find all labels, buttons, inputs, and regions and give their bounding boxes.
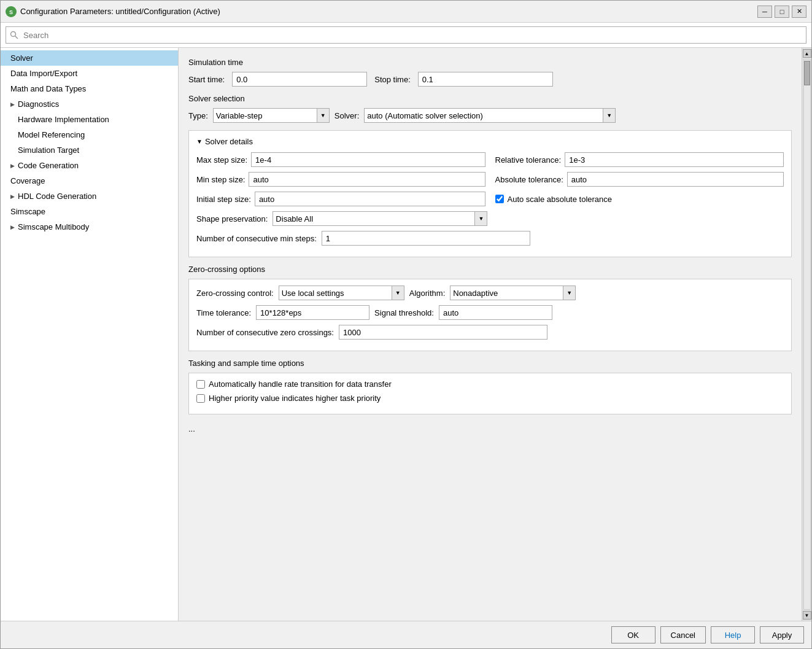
apply-button[interactable]: Apply (760, 626, 804, 643)
solver-selection-header: Solver selection (188, 94, 792, 103)
sidebar-label-model-referencing: Model Referencing (18, 130, 85, 139)
initial-step-size-input[interactable] (255, 192, 485, 206)
sidebar-item-coverage[interactable]: Coverage (1, 173, 178, 188)
solver-dropdown-arrow[interactable]: ▼ (603, 108, 616, 123)
type-label: Type: (188, 111, 208, 120)
min-step-size-label: Min step size: (196, 175, 245, 184)
type-select[interactable]: Variable-step (213, 108, 317, 123)
max-step-size-row: Max step size: (196, 152, 485, 167)
relative-tolerance-input[interactable] (565, 152, 784, 167)
consecutive-zero-crossings-input[interactable] (339, 325, 547, 340)
auto-handle-rate-row: Automatically handle rate transition for… (196, 379, 784, 389)
sidebar-item-hardware-implementation[interactable]: Hardware Implementation (1, 112, 178, 127)
shape-preservation-select-wrapper: Disable All ▼ (273, 211, 487, 226)
sidebar-item-simscape[interactable]: Simscape (1, 204, 178, 219)
consecutive-zero-crossings-label: Number of consecutive zero crossings: (196, 328, 334, 337)
solver-type-row: Type: Variable-step ▼ Solver: auto (Auto… (188, 108, 792, 123)
signal-threshold-input[interactable] (439, 305, 552, 320)
main-window: S Configuration Parameters: untitled/Con… (0, 0, 812, 649)
sidebar-label-code-generation: Code Generation (18, 161, 79, 170)
zero-crossing-control-dropdown-arrow[interactable]: ▼ (392, 286, 404, 300)
max-step-size-input[interactable] (251, 152, 485, 167)
solver-details-header: ▼ Solver details (196, 137, 784, 146)
relative-tolerance-row: Relative tolerance: (495, 152, 784, 167)
start-time-input[interactable] (232, 72, 367, 87)
help-button[interactable]: Help (711, 626, 755, 643)
sidebar-label-data-import-export: Data Import/Export (10, 69, 77, 78)
sidebar-label-solver: Solver (10, 53, 33, 63)
algorithm-dropdown-arrow[interactable]: ▼ (563, 286, 576, 300)
sidebar-item-diagnostics[interactable]: Diagnostics (1, 96, 178, 112)
sidebar-item-code-generation[interactable]: Code Generation (1, 158, 178, 173)
sidebar-label-hardware-implementation: Hardware Implementation (18, 115, 109, 124)
sidebar-item-data-import-export[interactable]: Data Import/Export (1, 66, 178, 81)
solver-select-wrapper: auto (Automatic solver selection) ▼ (364, 108, 616, 123)
consecutive-zero-crossings-row: Number of consecutive zero crossings: (196, 325, 784, 340)
scroll-down-button[interactable]: ▼ (803, 611, 811, 620)
zero-crossing-control-select-wrapper: Use local settings ▼ (279, 286, 404, 300)
sidebar-item-hdl-code-generation[interactable]: HDL Code Generation (1, 188, 178, 204)
sidebar-item-math-data-types[interactable]: Math and Data Types (1, 81, 178, 96)
shape-preservation-dropdown-arrow[interactable]: ▼ (475, 211, 487, 226)
zero-crossing-control-row: Zero-crossing control: Use local setting… (196, 286, 784, 300)
higher-priority-label: Higher priority value indicates higher t… (209, 394, 381, 403)
app-icon: S (6, 6, 17, 17)
sidebar-label-diagnostics: Diagnostics (18, 99, 59, 109)
scroll-thumb[interactable] (804, 61, 810, 85)
min-step-size-row: Min step size: (196, 172, 485, 187)
higher-priority-checkbox[interactable] (196, 394, 205, 403)
solver-details-label: Solver details (205, 137, 253, 146)
shape-preservation-label: Shape preservation: (196, 214, 268, 223)
sidebar-item-solver[interactable]: Solver (1, 50, 178, 66)
time-tolerance-input[interactable] (256, 305, 369, 320)
stop-time-input[interactable] (418, 72, 553, 87)
absolute-tolerance-row: Absolute tolerance: (495, 172, 784, 187)
solver-details-collapse-arrow[interactable]: ▼ (196, 138, 203, 145)
ok-button[interactable]: OK (611, 626, 655, 643)
step-size-grid: Max step size: Relative tolerance: Min s… (196, 152, 784, 187)
title-bar: S Configuration Parameters: untitled/Con… (1, 1, 811, 23)
min-step-size-input[interactable] (249, 172, 485, 187)
zero-crossing-header: Zero-crossing options (188, 265, 792, 274)
type-select-wrapper: Variable-step ▼ (213, 108, 330, 123)
shape-preservation-select[interactable]: Disable All (273, 211, 475, 226)
maximize-button[interactable]: □ (775, 6, 789, 18)
auto-handle-rate-checkbox[interactable] (196, 380, 205, 389)
type-dropdown-arrow[interactable]: ▼ (317, 108, 330, 123)
auto-scale-checkbox[interactable] (495, 195, 504, 203)
stop-time-label: Stop time: (374, 75, 411, 84)
consecutive-min-steps-input[interactable] (322, 231, 530, 246)
minimize-button[interactable]: ─ (757, 6, 772, 18)
auto-scale-row: Auto scale absolute tolerance (495, 195, 784, 204)
panel-with-scroll: Simulation time Start time: Stop time: S… (179, 48, 811, 621)
initial-step-size-row: Initial step size: (196, 192, 485, 206)
sidebar-label-hdl-code-generation: HDL Code Generation (18, 192, 96, 201)
tasking-box: Automatically handle rate transition for… (188, 373, 792, 414)
scrollbar[interactable]: ▲ ▼ (802, 48, 811, 621)
solver-label: Solver: (334, 111, 359, 120)
cancel-button[interactable]: Cancel (660, 626, 706, 643)
scroll-up-button[interactable]: ▲ (803, 49, 811, 58)
algorithm-select[interactable]: Nonadaptive (450, 286, 563, 300)
time-tolerance-label: Time tolerance: (196, 308, 251, 317)
sidebar-label-simulation-target: Simulation Target (18, 146, 79, 155)
solver-select[interactable]: auto (Automatic solver selection) (364, 108, 603, 123)
ellipsis: ... (188, 422, 792, 436)
sidebar-item-simulation-target[interactable]: Simulation Target (1, 142, 178, 158)
initial-step-size-label: Initial step size: (196, 195, 251, 204)
absolute-tolerance-input[interactable] (567, 172, 784, 187)
close-button[interactable]: ✕ (792, 6, 806, 18)
signal-threshold-label: Signal threshold: (374, 308, 434, 317)
zero-crossing-control-select[interactable]: Use local settings (279, 286, 392, 300)
sidebar-label-simscape-multibody: Simscape Multibody (18, 222, 89, 231)
search-bar (1, 23, 811, 48)
scroll-track (803, 59, 811, 610)
sidebar-label-coverage: Coverage (10, 176, 45, 185)
bottom-bar: OK Cancel Help Apply (1, 621, 811, 648)
window-title: Configuration Parameters: untitled/Confi… (20, 7, 757, 16)
sidebar-item-model-referencing[interactable]: Model Referencing (1, 127, 178, 142)
start-time-label: Start time: (188, 75, 225, 84)
sidebar: Solver Data Import/Export Math and Data … (1, 48, 179, 621)
search-input[interactable] (6, 26, 806, 44)
sidebar-item-simscape-multibody[interactable]: Simscape Multibody (1, 219, 178, 235)
